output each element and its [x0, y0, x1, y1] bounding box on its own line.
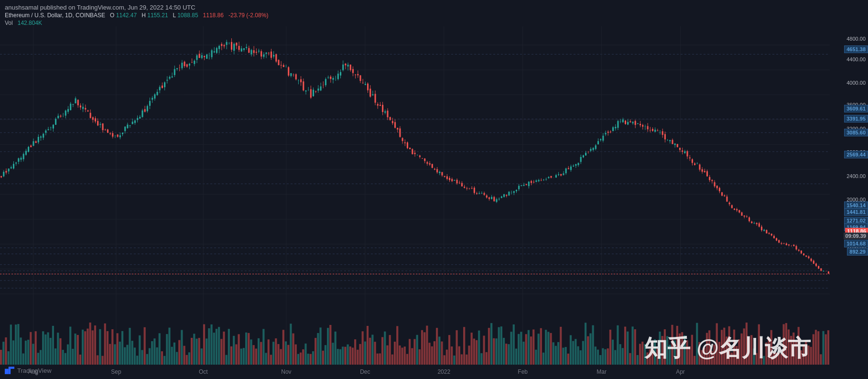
price-box-label: 1441.81 [844, 208, 868, 216]
price-box-label: 3391.95 [844, 115, 868, 123]
price-box-label: 892.29 [847, 248, 868, 256]
high-value: 1155.21 [147, 12, 168, 19]
price-box-label: 3609.61 [844, 105, 868, 112]
vol-info: Vol 142.804K [5, 20, 268, 26]
time-tick-label: Sep [111, 368, 121, 375]
open-value: 1142.47 [116, 12, 137, 19]
price-tick-label: 4800.00 [846, 36, 866, 42]
tradingview-label: TradingView [17, 367, 52, 374]
price-box-label: 09:09.39 [844, 233, 868, 239]
price-axis: 4800.004400.004000.003600.003200.002800.… [830, 26, 868, 365]
time-tick-label: Feb [518, 368, 528, 375]
change-value: -23.79 (-2.08%) [228, 12, 268, 19]
chart-header: anushsamal published on TradingView.com,… [5, 4, 268, 26]
low-label: L [173, 12, 176, 19]
candlestick-chart[interactable] [0, 26, 830, 365]
vol-label: Vol [5, 20, 13, 26]
price-box-label: 1014.68 [844, 240, 868, 247]
tradingview-logo: TradingView [5, 366, 52, 375]
time-tick-label: Mar [597, 368, 607, 375]
watermark-line1: 知乎 @名川谈市 [644, 334, 811, 362]
time-tick-label: Apr [676, 368, 685, 375]
symbol-label: Ethereum / U.S. Dollar, 1D, COINBASE [5, 12, 105, 19]
published-by: anushsamal published on TradingView.com,… [5, 4, 268, 11]
chart-container: anushsamal published on TradingView.com,… [0, 0, 868, 379]
open-label: O [110, 12, 114, 19]
price-box-label: 2569.44 [844, 151, 868, 158]
price-tick-label: 4400.00 [846, 56, 866, 62]
price-box-label: 3085.60 [844, 129, 868, 136]
vol-value: 142.804K [18, 20, 42, 26]
high-label: H [141, 12, 146, 19]
watermark: 知乎 @名川谈市 [644, 334, 811, 362]
low-value: 1088.85 [177, 12, 198, 19]
time-tick-label: Nov [281, 368, 291, 375]
price-tick-label: 4000.00 [846, 80, 866, 86]
price-box-label: 4651.38 [844, 45, 868, 53]
time-tick-label: Dec [360, 368, 370, 375]
time-tick-label: Oct [199, 368, 208, 375]
ohlc-info: Ethereum / U.S. Dollar, 1D, COINBASE O 1… [5, 12, 268, 19]
time-axis: AugSepOctNovDec2022FebMarApr [0, 365, 830, 379]
time-tick-label: 2022 [437, 368, 450, 375]
tradingview-icon [5, 366, 14, 375]
chart-area[interactable] [0, 26, 830, 365]
price-tick-label: 2400.00 [846, 173, 866, 179]
close-value: 1118.86 [203, 12, 224, 19]
